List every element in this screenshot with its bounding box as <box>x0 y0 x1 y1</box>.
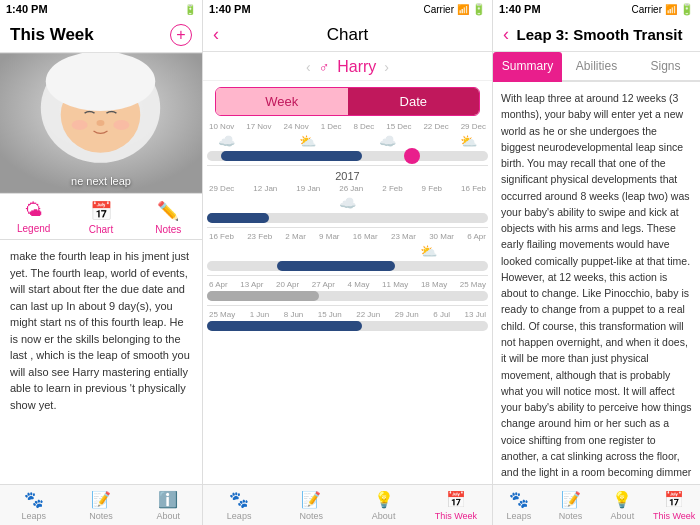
panel3-content: With leap three at around 12 weeks (3 mo… <box>493 82 700 484</box>
cloud-icon-1c: ☁️ <box>379 133 396 149</box>
leaps-label-3: Leaps <box>507 511 532 521</box>
chart-dates-1: 10 Nov 17 Nov 24 Nov 1 Dec 8 Dec 15 Dec … <box>207 122 488 131</box>
panel2-header: ‹ Chart <box>203 18 492 52</box>
nav-chart[interactable]: 📅 Chart <box>67 194 134 239</box>
p2-bnav-leaps[interactable]: 🐾 Leaps <box>203 485 275 525</box>
bar-fill-2 <box>207 213 269 223</box>
status-bar-2: 1:40 PM Carrier 📶 🔋 <box>203 0 492 18</box>
bnav-about-1[interactable]: ℹ️ About <box>135 485 202 525</box>
thisweek-icon-2: 📅 <box>446 490 466 509</box>
nav-notes[interactable]: ✏️ Notes <box>135 194 202 239</box>
chart-dates-3: 16 Feb 23 Feb 2 Mar 9 Mar 16 Mar 23 Mar … <box>207 232 488 241</box>
chart-section-5: 25 May 1 Jun 8 Jun 15 Jun 22 Jun 29 Jun … <box>207 310 488 331</box>
chart-dates-5: 25 May 1 Jun 8 Jun 15 Jun 22 Jun 29 Jun … <box>207 310 488 319</box>
svg-point-4 <box>46 53 155 111</box>
status-bar-1: 1:40 PM 🔋 <box>0 0 202 18</box>
nav-notes-label: Notes <box>155 224 181 235</box>
leaps-label-2: Leaps <box>227 511 252 521</box>
p3-bnav-leaps[interactable]: 🐾 Leaps <box>493 485 545 525</box>
time-3: 1:40 PM <box>499 3 541 15</box>
panel1-header: This Week + <box>0 18 202 53</box>
panel1-title: This Week <box>10 25 94 45</box>
legend-icon: 🌤 <box>25 200 43 221</box>
status-icons-3: Carrier 📶 🔋 <box>631 3 694 16</box>
notes-bnav-icon-1: 📝 <box>91 490 111 509</box>
toggle-date[interactable]: Date <box>348 88 480 115</box>
tab-bar-3: Summary Abilities Signs <box>493 52 700 82</box>
tab-summary[interactable]: Summary <box>493 52 562 82</box>
thisweek-icon-3: 📅 <box>664 490 684 509</box>
left-chevron[interactable]: ‹ <box>306 59 311 75</box>
tab-signs[interactable]: Signs <box>631 52 700 82</box>
chart-toggle: Week Date <box>215 87 480 116</box>
panel1-body: make the fourth leap in his jment just y… <box>0 240 202 484</box>
back-button-2[interactable]: ‹ <box>213 24 233 45</box>
thisweek-label-2: This Week <box>435 511 477 521</box>
chart-dates-2: 29 Dec 12 Jan 19 Jan 26 Jan 2 Feb 9 Feb … <box>207 184 488 193</box>
notes-icon-3: 📝 <box>561 490 581 509</box>
about-label-3: About <box>611 511 635 521</box>
panel3-title: Leap 3: Smooth Transit <box>509 26 690 43</box>
cloud-icon-2: ☁️ <box>339 195 356 211</box>
nav-legend[interactable]: 🌤 Legend <box>0 194 67 239</box>
wifi-icon-2: 📶 <box>457 4 469 15</box>
year-label: 2017 <box>207 170 488 182</box>
chart-section-1: 10 Nov 17 Nov 24 Nov 1 Dec 8 Dec 15 Dec … <box>207 122 488 161</box>
chart-dates-4: 6 Apr 13 Apr 20 Apr 27 Apr 4 May 11 May … <box>207 280 488 289</box>
male-symbol: ♂ <box>319 59 330 75</box>
panel2-bottom-nav: 🐾 Leaps 📝 Notes 💡 About 📅 This Week <box>203 484 492 525</box>
status-icons-2: Carrier 📶 🔋 <box>423 3 486 16</box>
bar-fill-5 <box>207 321 362 331</box>
notes-icon: ✏️ <box>157 200 179 222</box>
svg-point-3 <box>97 120 105 126</box>
thisweek-label-3: This Week <box>653 511 695 521</box>
nav-chart-label: Chart <box>89 224 113 235</box>
baby-photo: ne next leap <box>0 53 202 193</box>
leaps-label-1: Leaps <box>21 511 46 521</box>
chart-icons-2: ☁️ <box>207 195 488 211</box>
time-1: 1:40 PM <box>6 3 48 15</box>
bar-fill-4 <box>207 291 319 301</box>
panel-leap3: 1:40 PM Carrier 📶 🔋 ‹ Leap 3: Smooth Tra… <box>493 0 700 525</box>
p2-bnav-notes[interactable]: 📝 Notes <box>275 485 347 525</box>
chart-section-3: 16 Feb 23 Feb 2 Mar 9 Mar 16 Mar 23 Mar … <box>207 232 488 271</box>
chart-section-2: 29 Dec 12 Jan 19 Jan 26 Jan 2 Feb 9 Feb … <box>207 184 488 223</box>
right-chevron[interactable]: › <box>384 59 389 75</box>
wifi-icon-3: 📶 <box>665 4 677 15</box>
bnav-leaps-1[interactable]: 🐾 Leaps <box>0 485 67 525</box>
panel2-title: Chart <box>233 25 462 45</box>
tab-abilities[interactable]: Abilities <box>562 52 631 82</box>
panel1-mid-nav: 🌤 Legend 📅 Chart ✏️ Notes <box>0 193 202 240</box>
chart-name-row: ‹ ♂ Harry › <box>203 52 492 81</box>
panel3-bottom-nav: 🐾 Leaps 📝 Notes 💡 About 📅 This Week <box>493 484 700 525</box>
baby-name: Harry <box>337 58 376 76</box>
p3-bnav-notes[interactable]: 📝 Notes <box>545 485 597 525</box>
bar-track-4 <box>207 291 488 301</box>
p2-bnav-thisweek[interactable]: 📅 This Week <box>420 485 492 525</box>
leaps-icon-3: 🐾 <box>509 490 529 509</box>
leaps-icon-2: 🐾 <box>229 490 249 509</box>
p3-bnav-thisweek[interactable]: 📅 This Week <box>648 485 700 525</box>
bar-fill-3 <box>277 261 395 271</box>
partly-icon-1d: ⛅ <box>460 133 477 149</box>
battery-icon-3: 🔋 <box>680 3 694 16</box>
bar-track-1 <box>207 151 488 161</box>
p2-bnav-about[interactable]: 💡 About <box>348 485 420 525</box>
panel1-body-text: make the fourth leap in his jment just y… <box>10 250 190 411</box>
toggle-week[interactable]: Week <box>216 88 348 115</box>
chart-icons-1: ☁️ ⛅ ☁️ ⛅ <box>207 133 488 149</box>
partly-icon-3: ⛅ <box>420 243 437 259</box>
bar-dot-1 <box>404 148 420 164</box>
bnav-notes-1[interactable]: 📝 Notes <box>67 485 134 525</box>
status-icons-1: 🔋 <box>184 4 196 15</box>
battery-icon-1: 🔋 <box>184 4 196 15</box>
bar-track-5 <box>207 321 488 331</box>
bar-track-2 <box>207 213 488 223</box>
panel-this-week: 1:40 PM 🔋 This Week + <box>0 0 203 525</box>
svg-point-5 <box>72 120 88 130</box>
add-button[interactable]: + <box>170 24 192 46</box>
carrier-3: Carrier <box>631 4 662 15</box>
photo-overlay: ne next leap <box>0 175 202 187</box>
about-label-2: About <box>372 511 396 521</box>
p3-bnav-about[interactable]: 💡 About <box>597 485 649 525</box>
